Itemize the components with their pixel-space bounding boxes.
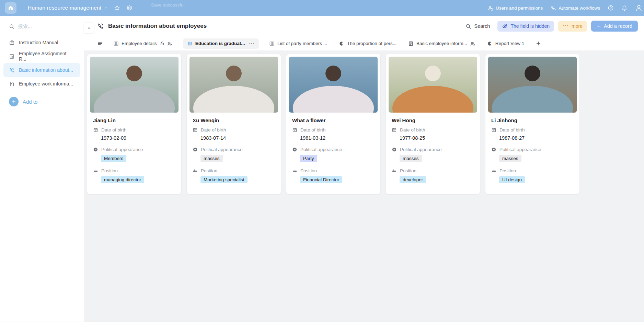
automate-workflows-label: Automate workflows xyxy=(559,5,600,11)
tab-employee-details[interactable]: Employee details xyxy=(112,38,174,49)
field-date-of-birth: Date of birth 1987-08-27 xyxy=(491,127,574,141)
field-label-row: Political appearance xyxy=(392,147,474,152)
doc-view-icon xyxy=(408,41,414,46)
tab-education-is-graduate[interactable]: Education is graduat... ··· xyxy=(183,38,259,49)
single-select-icon xyxy=(392,147,397,152)
options-icon xyxy=(93,168,98,173)
field-label-row: Position xyxy=(392,168,474,173)
grid-view-icon xyxy=(187,41,193,46)
more-button[interactable]: ··· more xyxy=(558,21,587,32)
add-to-button[interactable]: Add to xyxy=(9,97,80,106)
plus-icon xyxy=(536,41,541,46)
help-button[interactable] xyxy=(608,5,614,11)
search-label: Search xyxy=(474,23,490,29)
save-toast: Save successful xyxy=(151,2,189,8)
dob-value: 1987-08-27 xyxy=(499,135,574,141)
tab-basic-employee-information[interactable]: Basic employee inform... xyxy=(407,38,477,49)
eye-off-icon xyxy=(502,23,508,29)
sidebar-item-basic-information[interactable]: Basic information about... xyxy=(3,63,80,77)
tab-label: The proportion of pers... xyxy=(347,41,396,46)
add-to-label: Add to xyxy=(23,99,37,105)
favorite-star-button[interactable] xyxy=(114,5,120,11)
options-icon xyxy=(491,168,496,173)
pie-chart-icon xyxy=(339,41,344,46)
settings-button[interactable] xyxy=(126,5,133,11)
field-label: Political appearance xyxy=(101,147,143,152)
add-record-button[interactable]: Add a record xyxy=(591,21,638,32)
options-icon xyxy=(392,168,397,173)
employee-card[interactable]: Jiang Lin Date of birth 1973-02-09 Polit… xyxy=(87,54,182,195)
employee-card[interactable]: Xu Wenqin Date of birth 1983-07-14 Polit… xyxy=(186,54,281,195)
tab-label: List of party members ... xyxy=(277,41,327,46)
political-badge: Party xyxy=(300,155,317,162)
star-icon xyxy=(114,5,120,11)
field-hidden-button[interactable]: The field is hidden xyxy=(497,21,554,32)
page-header: Basic information about employees Search… xyxy=(84,16,644,36)
field-date-of-birth: Date of birth 1977-08-25 xyxy=(392,127,474,141)
field-date-of-birth: Date of birth 1981-03-12 xyxy=(292,127,375,141)
political-badge: masses xyxy=(400,155,422,162)
employee-card[interactable]: Wei Hong Date of birth 1977-08-25 Politi… xyxy=(386,54,480,195)
topbar: Human resource management Save successfu… xyxy=(0,0,644,16)
field-label-row: Political appearance xyxy=(193,147,275,152)
employee-name: Li Jinhong xyxy=(491,117,574,123)
calendar-icon xyxy=(93,127,98,133)
employee-name: What a flower xyxy=(292,117,375,123)
position-value: UI design xyxy=(499,176,574,183)
employee-photo xyxy=(90,57,179,113)
tab-menu-button[interactable]: ··· xyxy=(249,41,255,46)
employee-card[interactable]: Li Jinhong Date of birth 1987-08-27 Poli… xyxy=(485,54,580,195)
add-record-label: Add a record xyxy=(604,23,632,29)
lock-icon xyxy=(160,41,165,46)
sidebar-search-input[interactable]: 搜索... xyxy=(9,23,78,30)
field-label: Date of birth xyxy=(201,127,226,133)
field-position: Position Financial Director xyxy=(292,168,375,183)
manual-icon xyxy=(9,40,15,46)
hamburger-icon xyxy=(97,41,103,46)
position-badge: managing director xyxy=(101,176,144,183)
tab-proportion-of-persons[interactable]: The proportion of pers... xyxy=(337,38,398,49)
field-label: Political appearance xyxy=(499,147,541,152)
employee-card[interactable]: What a flower Date of birth 1981-03-12 P… xyxy=(286,54,381,195)
sidebar-item-instruction-manual[interactable]: Instruction Manual xyxy=(3,36,80,49)
field-label: Political appearance xyxy=(300,147,342,152)
political-value: Party xyxy=(300,155,375,162)
automate-workflows-button[interactable]: Automate workflows xyxy=(550,5,600,11)
users-permissions-button[interactable]: Users and permissions xyxy=(487,5,543,11)
view-tab-bar: Employee details Education is graduat...… xyxy=(84,36,644,50)
field-label: Position xyxy=(201,168,217,173)
search-button[interactable]: Search xyxy=(465,23,490,29)
position-badge: developer xyxy=(400,176,426,183)
employee-name: Wei Hong xyxy=(392,117,474,123)
sidebar-search-placeholder: 搜索... xyxy=(18,23,32,30)
topbar-divider xyxy=(22,4,22,11)
sidebar-item-employee-assignment[interactable]: Employee Assignment R... xyxy=(3,49,80,63)
app-title: Human resource management xyxy=(28,5,101,11)
sidebar-collapse-button[interactable]: « xyxy=(84,23,94,33)
view-list-button[interactable] xyxy=(97,41,103,46)
tab-extra-icons xyxy=(160,41,173,46)
app-title-menu[interactable]: Human resource management xyxy=(28,5,108,11)
tab-list-of-party-members[interactable]: List of party members ... xyxy=(268,38,329,49)
field-label-row: Political appearance xyxy=(93,147,176,152)
tab-report-view-1[interactable]: Report View 1 xyxy=(486,38,526,49)
add-view-button[interactable] xyxy=(536,41,541,46)
user-lock-icon xyxy=(487,5,493,11)
pie-chart-icon xyxy=(487,41,493,46)
bell-icon xyxy=(621,5,628,11)
political-badge: masses xyxy=(200,155,223,162)
notifications-button[interactable] xyxy=(621,5,628,11)
card-grid: Jiang Lin Date of birth 1973-02-09 Polit… xyxy=(87,54,644,195)
field-political-appearance: Political appearance masses xyxy=(491,147,574,162)
sidebar-item-employee-work-info[interactable]: Employee work informa... xyxy=(3,77,80,91)
single-select-icon xyxy=(491,147,496,152)
table-phone-icon xyxy=(97,23,104,30)
card-view-content: Jiang Lin Date of birth 1973-02-09 Polit… xyxy=(84,50,644,322)
political-value: masses xyxy=(499,155,574,162)
grid-view-icon xyxy=(113,41,119,46)
field-label-row: Date of birth xyxy=(292,127,375,133)
account-avatar[interactable] xyxy=(635,4,643,12)
field-label-row: Political appearance xyxy=(292,147,375,152)
home-button[interactable] xyxy=(5,2,16,14)
field-position: Position UI design xyxy=(491,168,574,183)
